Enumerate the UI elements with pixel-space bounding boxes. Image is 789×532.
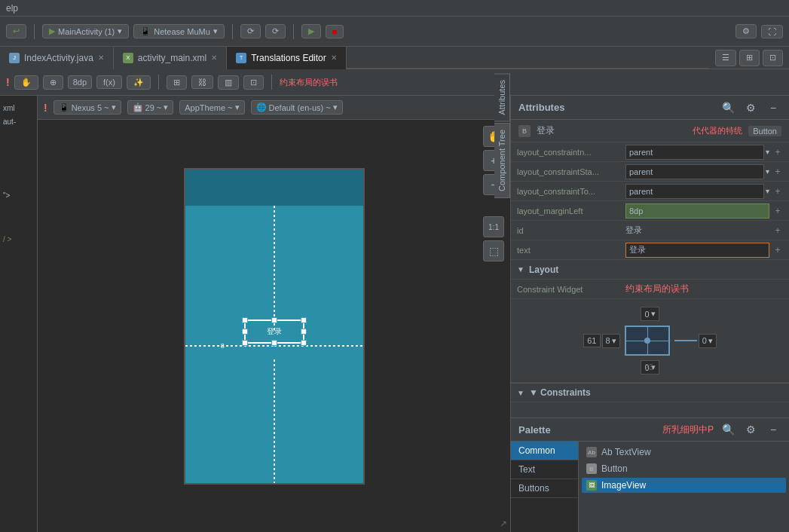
attr-row-constraint-n: layout_constraintn... parent ▾ +: [511, 142, 789, 162]
handle-bc: [271, 340, 277, 346]
palette-header: Palette 所乳细明中P 🔍 ⚙ −: [511, 417, 789, 442]
attr-dropdown-sta[interactable]: parent ▾: [625, 164, 769, 179]
run-button[interactable]: ▶: [301, 24, 321, 38]
phone-content: 登录 8: [185, 206, 363, 485]
plus-sta[interactable]: +: [772, 167, 783, 177]
theme-dropdown[interactable]: AppTheme ~ ▾: [179, 100, 244, 115]
main-activity-dropdown[interactable]: ▶ MainActivity (1) ▾: [42, 24, 129, 38]
constraints-section-header[interactable]: ▼ ▼ Constraints: [511, 383, 789, 402]
activity-icon: ▶: [49, 26, 55, 36]
minimize-attr-icon[interactable]: −: [765, 99, 781, 116]
top-margin-selector[interactable]: 0 ▾: [641, 307, 659, 321]
chevron-cn[interactable]: ▾: [766, 148, 769, 156]
pack-button[interactable]: ⊡: [243, 75, 264, 90]
close-tab-activity-main[interactable]: ✕: [211, 54, 217, 62]
handle-lc: [242, 329, 248, 335]
api-label: 29 ~: [145, 103, 162, 112]
code-lines: xml aut- "> / >: [0, 96, 37, 252]
attr-row-text: text +: [511, 240, 789, 260]
margin-button[interactable]: ▥: [218, 75, 239, 90]
side-tab-component-tree[interactable]: Component Tree: [494, 123, 510, 198]
palette-title: Palette: [518, 424, 656, 436]
tabs-row: J IndexActivity.java ✕ X activity_main.x…: [0, 47, 789, 69]
palette-category-common[interactable]: Common: [511, 442, 578, 460]
magic-button[interactable]: ✨: [127, 75, 151, 90]
align-button[interactable]: ⊞: [167, 75, 187, 90]
main-toolbar: ↩ ▶ MainActivity (1) ▾ 📱 Netease MuMu ▾ …: [0, 17, 789, 47]
nexus-dropdown[interactable]: 📱 Nexus 5 ~ ▾: [54, 100, 121, 115]
close-tab-indexactivity[interactable]: ✕: [98, 54, 104, 62]
tab-activity-main[interactable]: X activity_main.xml ✕: [114, 47, 227, 69]
chevron-sta[interactable]: ▾: [766, 167, 769, 176]
right-margin-value: 0: [702, 336, 707, 345]
warning-text: 约束布局的误书: [280, 77, 338, 88]
back-icon: ↩: [13, 26, 20, 36]
tab-indexactivity[interactable]: J IndexActivity.java ✕: [0, 47, 114, 69]
search-palette-icon[interactable]: 🔍: [720, 421, 736, 438]
constraints-arrow-icon: ▼: [517, 389, 524, 397]
chevron-theme: ▾: [235, 102, 240, 112]
layout-section-title: Layout: [529, 264, 558, 275]
right-margin-selector[interactable]: 0 ▾: [699, 334, 717, 348]
sync-button[interactable]: ⟳: [265, 24, 286, 38]
menu-help[interactable]: elp: [6, 3, 18, 14]
plus-id[interactable]: +: [772, 225, 783, 236]
minimize-palette-icon[interactable]: −: [765, 421, 781, 438]
dp-button[interactable]: 8dp: [68, 75, 92, 89]
refresh-button[interactable]: ⟳: [240, 24, 261, 38]
chevron-down-icon: ▾: [118, 26, 122, 36]
imageview-label: ImageView: [601, 480, 646, 491]
margin-left-input[interactable]: [625, 203, 769, 219]
plus-text[interactable]: +: [772, 245, 783, 255]
attr-dropdown-to[interactable]: parent ▾: [625, 184, 769, 199]
plus-ml[interactable]: +: [772, 206, 783, 216]
settings-palette-icon[interactable]: ⚙: [742, 421, 759, 438]
select-tool[interactable]: ⊕: [43, 75, 63, 90]
search-icon[interactable]: 🔍: [720, 99, 736, 116]
palette-category-buttons[interactable]: Buttons: [511, 479, 578, 498]
plus-to[interactable]: +: [772, 186, 783, 197]
code-text-2: aut-: [3, 115, 16, 129]
back-button[interactable]: ↩: [6, 24, 26, 38]
maximize-button[interactable]: ⛶: [761, 25, 783, 38]
left-margin-selector[interactable]: 8 ▾: [602, 334, 620, 348]
textview-label: Ab TextView: [601, 447, 651, 457]
screenshot-btn[interactable]: ⬚: [483, 240, 504, 261]
layout-section-header[interactable]: ▼ Layout: [511, 260, 789, 280]
constraint-desc-text: 约束布局的误书: [625, 283, 689, 295]
attr-dropdown-cn[interactable]: parent ▾: [625, 145, 769, 160]
left-num-value: 61: [587, 336, 596, 345]
settings-attr-icon[interactable]: ⚙: [742, 99, 759, 116]
constraint-right: [274, 345, 363, 347]
api-dropdown[interactable]: 🤖 29 ~ ▾: [127, 100, 174, 115]
func-button[interactable]: f(x): [96, 75, 122, 89]
close-tab-translations[interactable]: ✕: [331, 54, 337, 62]
split-view-button[interactable]: ⊞: [739, 50, 760, 66]
pan-tool[interactable]: ✋: [14, 75, 38, 90]
zoom-fit-btn[interactable]: 1:1: [483, 216, 504, 237]
tab-label-activity-main: activity_main.xml: [138, 53, 206, 63]
layout-view-button[interactable]: ☰: [715, 50, 736, 66]
palette-item-button[interactable]: B Button: [582, 461, 786, 476]
left-margin-value: 8: [606, 336, 610, 345]
stop-button[interactable]: ■: [326, 25, 344, 38]
palette-item-imageview[interactable]: 🖼 ImageView: [582, 478, 786, 493]
chain-button[interactable]: ⛓: [191, 75, 213, 89]
code-view-button[interactable]: ⊡: [763, 50, 783, 66]
side-tab-attributes[interactable]: Attributes: [494, 73, 510, 121]
palette-category-text[interactable]: Text: [511, 460, 578, 479]
locale-dropdown[interactable]: 🌐 Default (en-us) ~ ▾: [251, 100, 343, 115]
handle-tl: [242, 317, 248, 323]
tab-translations[interactable]: T Translations Editor ✕: [227, 47, 347, 69]
palette-item-textview[interactable]: Ab Ab TextView: [582, 445, 786, 460]
tab-label-indexactivity: IndexActivity.java: [24, 53, 93, 63]
settings-button[interactable]: ⚙: [735, 24, 757, 38]
widget-box[interactable]: 登录: [244, 320, 304, 344]
resize-handle[interactable]: ↗: [500, 518, 507, 529]
chevron-to[interactable]: ▾: [766, 187, 769, 195]
plus-cn[interactable]: +: [772, 147, 783, 157]
canvas-area[interactable]: 登录 8 ✋ + − 1:1 ⬚ ↗: [38, 120, 510, 532]
emulator-dropdown[interactable]: 📱 Netease MuMu ▾: [133, 24, 225, 38]
left-num-selector[interactable]: 61: [583, 334, 600, 347]
text-input[interactable]: [625, 243, 769, 258]
